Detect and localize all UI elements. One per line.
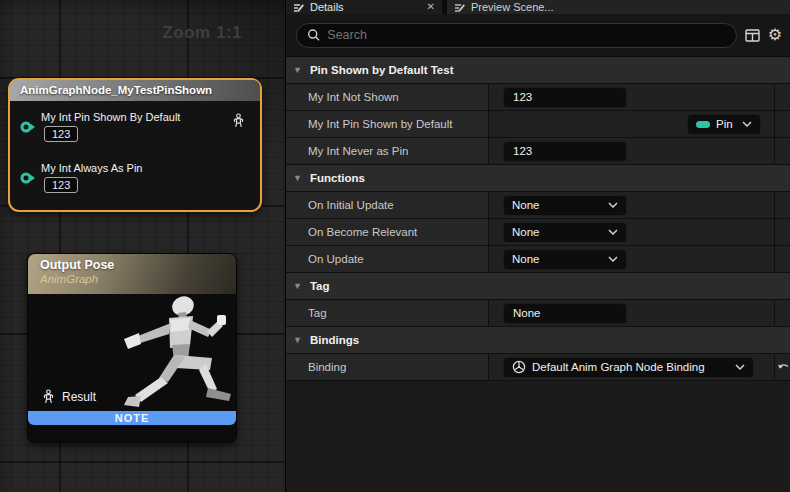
on-become-relevant-dropdown[interactable]: None [503, 222, 627, 243]
display-filter-icon[interactable] [745, 29, 760, 42]
property-row-my-int-pin-shown-by-default: My Int Pin Shown by Default Pin [286, 111, 790, 138]
pin-pill-icon [696, 121, 710, 128]
empty-panel-area [286, 381, 790, 492]
property-label: On Initial Update [308, 199, 394, 211]
close-icon[interactable]: ✕ [427, 1, 435, 13]
property-label: My Int Pin Shown by Default [308, 118, 452, 130]
property-label: My Int Never as Pin [308, 145, 408, 157]
property-row-binding: Binding Default Anim Graph Node Binding [286, 354, 790, 381]
pin-label: My Int Pin Shown By Default [41, 111, 180, 123]
on-initial-update-dropdown[interactable]: None [503, 195, 627, 216]
tab-preview-scene[interactable]: Preview Scene... [447, 0, 790, 14]
chevron-down-icon [608, 202, 618, 208]
pin-label: My Int Always As Pin [41, 162, 142, 174]
tag-input[interactable]: None [503, 303, 627, 324]
output-pose-node[interactable]: Output Pose AnimGraph [27, 253, 237, 443]
section-header-pin-shown-by-default-test[interactable]: ▼ Pin Shown by Default Test [286, 57, 790, 84]
node-title-bar[interactable]: Output Pose AnimGraph [28, 254, 236, 294]
search-box[interactable] [296, 23, 737, 48]
property-row-on-initial-update: On Initial Update None [286, 192, 790, 219]
running-mannequin-image [86, 292, 236, 427]
zoom-level-label: Zoom 1:1 [162, 23, 242, 43]
result-pin-label: Result [62, 390, 96, 404]
chevron-down-icon [608, 229, 618, 235]
animation-blueprint-editor: Zoom 1:1 AnimGraphNode_MyTestPinShown My… [0, 0, 790, 492]
section-header-bindings[interactable]: ▼ Bindings [286, 327, 790, 354]
pin-row-always-as-pin: My Int Always As Pin 123 [20, 162, 142, 193]
node-body: Result NOTE [28, 294, 236, 427]
pin-mode-dropdown[interactable]: Pin [687, 114, 761, 135]
property-label: My Int Not Shown [308, 91, 399, 103]
details-pencil-icon [454, 2, 466, 13]
note-badge[interactable]: NOTE [28, 411, 236, 425]
int-pin-icon[interactable] [20, 120, 36, 134]
int-pin-icon[interactable] [20, 171, 36, 185]
chevron-down-icon: ▼ [293, 173, 302, 183]
search-input[interactable] [327, 28, 725, 42]
tab-details[interactable]: Details ✕ [286, 0, 442, 14]
person-icon[interactable] [231, 113, 246, 128]
my-int-never-as-pin-input[interactable]: 123 [503, 141, 627, 162]
pin-row-shown-by-default: My Int Pin Shown By Default 123 [20, 111, 180, 142]
my-int-not-shown-input[interactable]: 123 [503, 87, 627, 108]
search-icon [307, 28, 320, 42]
property-label: Binding [308, 361, 346, 373]
property-label: On Become Relevant [308, 226, 417, 238]
binding-dropdown[interactable]: Default Anim Graph Node Binding [503, 357, 754, 378]
on-update-dropdown[interactable]: None [503, 249, 627, 270]
property-row-tag: Tag None [286, 300, 790, 327]
result-pin-row[interactable]: Result [41, 389, 96, 404]
chevron-down-icon [742, 121, 752, 127]
property-label: On Update [308, 253, 364, 265]
node-title: Output Pose [40, 258, 224, 272]
pin-value-input[interactable]: 123 [44, 177, 78, 193]
pose-person-icon[interactable] [41, 389, 56, 404]
details-pencil-icon [293, 2, 305, 13]
property-row-my-int-not-shown: My Int Not Shown 123 [286, 84, 790, 111]
chevron-down-icon: ▼ [293, 281, 302, 291]
gear-icon[interactable]: ⚙ [768, 27, 782, 43]
section-header-functions[interactable]: ▼ Functions [286, 165, 790, 192]
section-header-tag[interactable]: ▼ Tag [286, 273, 790, 300]
details-toolbar: ⚙ [286, 14, 790, 57]
chevron-down-icon [608, 256, 618, 262]
details-panel: Details ✕ Preview Scene... [285, 0, 790, 492]
pin-value-input[interactable]: 123 [44, 126, 78, 142]
node-title[interactable]: AnimGraphNode_MyTestPinShown [10, 80, 260, 101]
binding-wheel-icon [512, 360, 526, 374]
chevron-down-icon: ▼ [293, 65, 302, 75]
anim-graph-canvas[interactable]: Zoom 1:1 AnimGraphNode_MyTestPinShown My… [0, 0, 285, 492]
reset-arrow-icon[interactable] [777, 362, 789, 372]
node-subtitle: AnimGraph [40, 273, 224, 285]
tab-label: Details [310, 1, 344, 13]
property-row-my-int-never-as-pin: My Int Never as Pin 123 [286, 138, 790, 165]
chevron-down-icon [735, 364, 745, 370]
chevron-down-icon: ▼ [293, 335, 302, 345]
property-row-on-update: On Update None [286, 246, 790, 273]
tab-label: Preview Scene... [471, 1, 554, 13]
anim-graph-node-mytestpinshown[interactable]: AnimGraphNode_MyTestPinShown My Int Pin … [8, 78, 262, 212]
tab-strip: Details ✕ Preview Scene... [286, 0, 790, 14]
property-label: Tag [308, 307, 327, 319]
property-row-on-become-relevant: On Become Relevant None [286, 219, 790, 246]
property-rows: ▼ Pin Shown by Default Test My Int Not S… [286, 57, 790, 492]
